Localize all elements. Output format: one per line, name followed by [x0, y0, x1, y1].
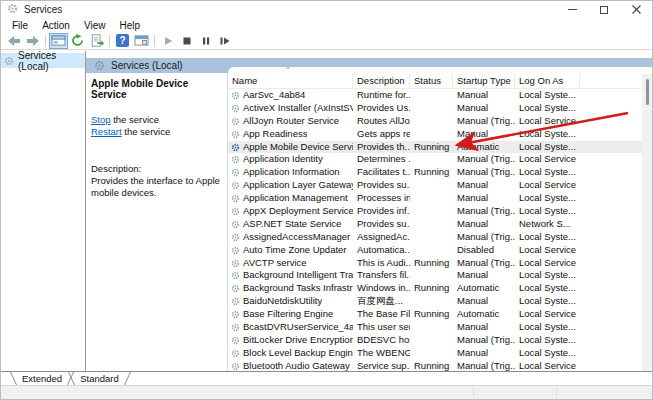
vertical-scrollbar[interactable] [642, 74, 652, 371]
table-row[interactable]: AssignedAccessManager Se... AssignedAc..… [228, 231, 642, 244]
table-row[interactable]: Background Intelligent Tran... Transfers… [228, 269, 642, 282]
service-name-cell: Auto Time Zone Updater [228, 244, 353, 257]
menu-item[interactable]: View [77, 20, 113, 31]
restart-service-link[interactable]: Restart [91, 126, 122, 137]
help-glyph: ? [116, 34, 129, 47]
table-row[interactable]: AarSvc_4ab84 Runtime for... Manual Local… [228, 89, 642, 102]
maximize-icon[interactable] [588, 1, 620, 18]
service-name: BitLocker Drive Encryption ... [243, 334, 353, 347]
close-icon[interactable] [620, 1, 652, 18]
view-tab[interactable]: Standard [71, 372, 128, 385]
service-startup-type: Manual (Trig... [453, 360, 515, 371]
service-gear-icon [231, 220, 240, 229]
services-node-icon [4, 56, 14, 66]
service-logon-as: Local Service [515, 179, 580, 192]
view-tab[interactable]: Extended [13, 372, 71, 385]
table-row[interactable]: Application Layer Gateway ... Provides s… [228, 179, 642, 192]
column-header[interactable]: Description [353, 74, 410, 88]
service-status: Running [410, 308, 453, 321]
table-row[interactable]: Base Filtering Engine The Base Fil... Ru… [228, 308, 642, 321]
service-startup-type: Automatic [453, 308, 515, 321]
service-name: Auto Time Zone Updater [243, 244, 347, 257]
service-logon-as: Local Syste... [515, 192, 580, 205]
service-description: This user ser... [353, 321, 410, 334]
service-startup-type: Manual (Trig... [453, 334, 515, 347]
panel-gear-icon [94, 60, 105, 71]
service-gear-icon [231, 233, 240, 242]
service-gear-icon [231, 194, 240, 203]
column-header[interactable]: Name [228, 74, 353, 88]
show-console-tree-icon[interactable] [49, 33, 68, 49]
table-row[interactable]: BcastDVRUserService_4ab84 This user ser.… [228, 321, 642, 334]
table-row[interactable]: ActiveX Installer (AxInstSV) Provides Us… [228, 102, 642, 115]
service-name-cell: AssignedAccessManager Se... [228, 231, 353, 244]
service-description: The WBENG... [353, 347, 410, 360]
service-gear-icon [231, 117, 240, 126]
table-row[interactable]: AppX Deployment Service (... Provides in… [228, 205, 642, 218]
service-logon-as: Local Syste... [515, 269, 580, 282]
minimize-icon[interactable] [556, 1, 588, 18]
stop-service-icon[interactable] [177, 33, 196, 49]
service-startup-type: Manual [453, 269, 515, 282]
service-description: Provides inf... [353, 205, 410, 218]
table-row[interactable]: Background Tasks Infrastruc... Windows i… [228, 282, 642, 295]
table-row[interactable]: Apple Mobile Device Service Provides th.… [228, 141, 642, 154]
service-status [410, 347, 453, 360]
stop-service-link[interactable]: Stop [91, 114, 111, 125]
service-name: AllJoyn Router Service [243, 115, 339, 128]
table-row[interactable]: ASP.NET State Service Provides su... Man… [228, 218, 642, 231]
table-row[interactable]: Bluetooth Audio Gateway S... Service sup… [228, 360, 642, 371]
service-startup-type: Manual [453, 321, 515, 334]
service-status [410, 334, 453, 347]
back-icon[interactable] [4, 33, 23, 49]
minimize-glyph [568, 9, 577, 10]
service-description: Provides Us... [353, 102, 410, 115]
service-description: This is Audi... [353, 257, 410, 270]
column-header[interactable]: Log On As [515, 74, 580, 88]
table-row[interactable]: Application Management Processes in... M… [228, 192, 642, 205]
start-service-icon[interactable] [158, 33, 177, 49]
forward-icon[interactable] [23, 33, 42, 49]
column-header[interactable]: Startup Type [453, 74, 515, 88]
service-status [410, 244, 453, 257]
service-logon-as: Local Syste... [515, 334, 580, 347]
table-row[interactable]: BitLocker Drive Encryption ... BDESVC ho… [228, 334, 642, 347]
table-row[interactable]: Application Information Facilitates t...… [228, 166, 642, 179]
service-startup-type: Manual (Trig... [453, 205, 515, 218]
service-name-cell: BaiduNetdiskUtility [228, 295, 353, 308]
service-description: Provides th... [353, 141, 410, 154]
pause-service-icon[interactable] [196, 33, 215, 49]
table-row[interactable]: App Readiness Gets apps re... Manual Loc… [228, 128, 642, 141]
menu-item[interactable]: Help [112, 20, 147, 31]
service-name: Background Tasks Infrastruc... [243, 282, 353, 295]
service-logon-as: Local Syste... [515, 321, 580, 334]
show-action-pane-icon[interactable] [132, 33, 151, 49]
table-row[interactable]: Block Level Backup Engine ... The WBENG.… [228, 347, 642, 360]
table-row[interactable]: AVCTP service This is Audi... Running Ma… [228, 257, 642, 270]
selected-service-title: Apple Mobile Device Service [91, 78, 222, 100]
help-icon[interactable]: ? [113, 33, 132, 49]
service-name-cell: Base Filtering Engine [228, 308, 353, 321]
service-logon-as: Local Syste... [515, 295, 580, 308]
service-gear-icon [231, 271, 240, 280]
status-bar-separator [556, 387, 557, 398]
export-list-icon[interactable] [87, 33, 106, 49]
service-name-cell: BitLocker Drive Encryption ... [228, 334, 353, 347]
service-name-cell: Application Identity [228, 153, 353, 166]
table-row[interactable]: AllJoyn Router Service Routes AllJo... M… [228, 115, 642, 128]
menu-item[interactable]: File [5, 20, 35, 31]
column-header[interactable]: Status [410, 74, 453, 88]
table-row[interactable]: Application Identity Determines ... Manu… [228, 153, 642, 166]
service-name-cell: AVCTP service [228, 257, 353, 270]
restart-service-icon[interactable] [215, 33, 234, 49]
toolbar-separator [109, 35, 110, 47]
table-row[interactable]: Auto Time Zone Updater Automatica... Dis… [228, 244, 642, 257]
table-row[interactable]: BaiduNetdiskUtility 百度网盘... Manual Local… [228, 295, 642, 308]
service-gear-icon [231, 362, 240, 371]
refresh-icon[interactable] [68, 33, 87, 49]
toolbar: ? [1, 32, 652, 50]
menu-item[interactable]: Action [35, 20, 77, 31]
scrollbar-thumb[interactable] [646, 79, 649, 105]
tree-item-services-local[interactable]: Services (Local) [1, 53, 85, 68]
service-logon-as: Local Syste... [515, 347, 580, 360]
